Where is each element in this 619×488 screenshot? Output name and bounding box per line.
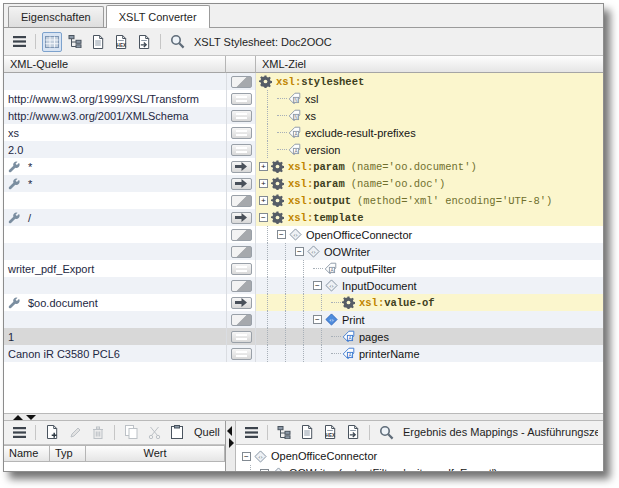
collapse-down-icon[interactable] — [26, 415, 36, 420]
source-cell[interactable] — [4, 192, 226, 209]
new-document-icon[interactable] — [42, 422, 62, 442]
tree-view-icon[interactable] — [274, 422, 294, 442]
collapse-icon[interactable]: − — [259, 213, 268, 222]
collapse-up-icon[interactable] — [13, 415, 23, 420]
menu-icon[interactable] — [9, 422, 29, 442]
copy-value-button[interactable] — [231, 144, 252, 156]
target-cell[interactable]: +xsl:output(method='xml' encoding='UTF-8… — [256, 192, 603, 209]
copy-value-button[interactable] — [231, 110, 252, 122]
vertical-splitter[interactable] — [226, 421, 236, 472]
collapse-icon[interactable]: − — [295, 247, 304, 256]
source-cell[interactable]: Canon iR C3580 PCL6 — [4, 345, 226, 362]
source-cell[interactable] — [4, 311, 226, 328]
source-cell[interactable]: 1 — [4, 328, 226, 345]
variables-column-name[interactable]: Name — [4, 445, 50, 462]
tree-node-label: exclude-result-prefixes — [305, 127, 416, 139]
hex-document-icon[interactable]: HEX — [320, 422, 340, 442]
target-cell[interactable]: −‹›InputDocument — [256, 277, 603, 294]
export-document-icon[interactable] — [134, 32, 154, 52]
result-panel-label: Ergebnis des Mappings - Ausführungszeit … — [403, 426, 598, 438]
custom-mapping-button[interactable] — [231, 195, 252, 207]
source-cell[interactable]: http://www.w3.org/1999/XSL/Transform — [4, 90, 226, 107]
target-cell[interactable]: −‹›OOWriter — [256, 243, 603, 260]
target-cell[interactable]: −‹›Print — [256, 311, 603, 328]
collapse-icon[interactable]: − — [277, 230, 286, 239]
horizontal-splitter[interactable] — [4, 413, 603, 421]
map-arrow-button[interactable] — [231, 161, 252, 173]
target-cell[interactable]: −‹›OpenOfficeConnector — [256, 226, 603, 243]
source-cell[interactable]: * — [4, 175, 226, 192]
custom-mapping-button[interactable] — [231, 76, 252, 88]
target-cell[interactable]: xsl:stylesheet — [256, 73, 603, 90]
target-cell[interactable]: −xsl:template — [256, 209, 603, 226]
menu-icon[interactable] — [9, 32, 29, 52]
source-cell[interactable]: / — [4, 209, 226, 226]
target-cell[interactable]: Apages — [256, 328, 603, 345]
source-cell[interactable]: xs — [4, 124, 226, 141]
cut-icon[interactable] — [144, 422, 164, 442]
export-document-icon[interactable] — [343, 422, 363, 442]
collapse-right-icon[interactable] — [229, 438, 234, 448]
target-cell[interactable]: AoutputFilter — [256, 260, 603, 277]
target-cell[interactable]: AprinterName — [256, 345, 603, 362]
source-cell[interactable]: * — [4, 158, 226, 175]
variables-table-body[interactable] — [4, 462, 225, 472]
menu-icon[interactable] — [241, 422, 261, 442]
delete-icon[interactable] — [88, 422, 108, 442]
search-icon[interactable] — [167, 32, 187, 52]
source-column-header[interactable]: XML-Quelle — [4, 56, 226, 73]
map-arrow-button[interactable] — [231, 178, 252, 190]
map-arrow-button[interactable] — [231, 297, 252, 309]
copy-icon[interactable] — [121, 422, 141, 442]
target-column-header[interactable]: XML-Ziel — [256, 56, 603, 73]
target-cell[interactable]: Aversion — [256, 141, 603, 158]
source-cell[interactable]: 2.0 — [4, 141, 226, 158]
source-cell[interactable]: http://www.w3.org/2001/XMLSchema — [4, 107, 226, 124]
paste-icon[interactable] — [167, 422, 187, 442]
variables-column-typ[interactable]: Typ — [50, 445, 86, 462]
custom-mapping-button[interactable] — [231, 246, 252, 258]
source-cell[interactable]: $oo.document — [4, 294, 226, 311]
copy-value-button[interactable] — [231, 127, 252, 139]
target-cell[interactable]: Aexclude-result-prefixes — [256, 124, 603, 141]
source-cell[interactable]: writer_pdf_Export — [4, 260, 226, 277]
result-tree-row[interactable]: −‹›OpenOfficeConnector — [236, 448, 603, 465]
collapse-icon[interactable]: − — [242, 452, 251, 461]
collapse-icon[interactable]: − — [313, 281, 322, 290]
collapse-left-icon[interactable] — [227, 426, 232, 436]
tree-view-icon[interactable] — [65, 32, 85, 52]
custom-mapping-button[interactable] — [231, 280, 252, 292]
target-cell[interactable]: +xsl:param(name='oo.document') — [256, 158, 603, 175]
expand-icon[interactable]: + — [259, 196, 268, 205]
copy-value-button[interactable] — [231, 331, 252, 343]
collapse-icon[interactable]: − — [313, 315, 322, 324]
hex-document-icon[interactable]: HEX — [111, 32, 131, 52]
document-icon[interactable] — [297, 422, 317, 442]
tab-eigenschaften[interactable]: Eigenschaften — [8, 6, 104, 27]
edit-icon[interactable] — [65, 422, 85, 442]
expand-icon[interactable]: + — [259, 179, 268, 188]
search-icon[interactable] — [376, 422, 396, 442]
target-cell[interactable]: xsl:value-of — [256, 294, 603, 311]
target-cell[interactable]: Nxsl — [256, 90, 603, 107]
target-cell[interactable]: +xsl:param(name='oo.doc') — [256, 175, 603, 192]
source-cell[interactable] — [4, 277, 226, 294]
variables-column-wert[interactable]: Wert — [86, 445, 225, 462]
copy-value-button[interactable] — [231, 93, 252, 105]
tree-guide-line — [259, 141, 277, 158]
custom-mapping-button[interactable] — [231, 229, 252, 241]
tab-xslt-converter[interactable]: XSLT Converter — [106, 5, 210, 28]
document-icon[interactable] — [88, 32, 108, 52]
copy-value-button[interactable] — [231, 263, 252, 275]
custom-mapping-button[interactable] — [231, 314, 252, 326]
collapse-icon[interactable]: − — [260, 469, 269, 472]
result-tree-row[interactable]: −‹›OOWriter (outputFilter='writer_pdf_Ex… — [236, 465, 603, 472]
source-cell[interactable] — [4, 226, 226, 243]
table-view-icon[interactable] — [42, 32, 62, 52]
expand-icon[interactable]: + — [259, 162, 268, 171]
source-cell[interactable] — [4, 73, 226, 90]
map-arrow-button[interactable] — [231, 212, 252, 224]
source-cell[interactable] — [4, 243, 226, 260]
copy-value-button[interactable] — [231, 348, 252, 360]
target-cell[interactable]: Nxs — [256, 107, 603, 124]
